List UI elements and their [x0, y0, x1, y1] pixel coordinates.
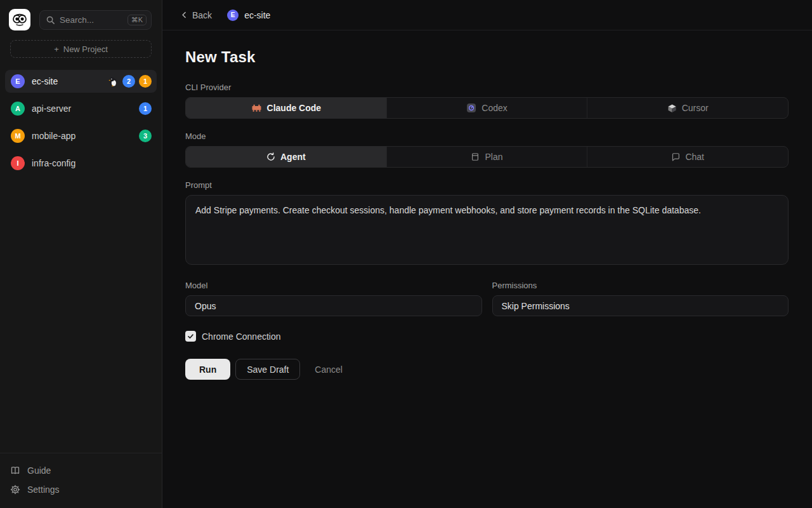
- penguin-icon: [108, 76, 119, 87]
- cli-option-label: Cursor: [682, 103, 709, 113]
- sidebar-footer: Guide Settings: [0, 453, 162, 508]
- breadcrumb[interactable]: E ec-site: [227, 10, 270, 21]
- cancel-button[interactable]: Cancel: [308, 359, 349, 380]
- mode-label: Mode: [185, 131, 789, 141]
- permissions-label: Permissions: [492, 281, 789, 290]
- search-shortcut-badge: ⌘K: [128, 15, 147, 25]
- cli-option-cursor[interactable]: Cursor: [587, 98, 788, 118]
- cli-provider-segmented-control: Claude Code Codex: [185, 97, 789, 119]
- project-name: ec-site: [32, 76, 101, 86]
- count-badge: 2: [122, 75, 135, 88]
- mode-option-plan[interactable]: Plan: [386, 147, 587, 167]
- guide-label: Guide: [27, 465, 51, 476]
- cli-option-label: Codex: [481, 103, 507, 113]
- main-area: Back E ec-site New Task CLI Provider: [162, 0, 812, 508]
- codex-icon: [466, 103, 476, 113]
- mode-option-label: Agent: [280, 152, 306, 162]
- avatar: E: [11, 74, 25, 88]
- avatar: I: [11, 156, 25, 170]
- mode-option-chat[interactable]: Chat: [587, 147, 788, 167]
- topbar: Back E ec-site: [162, 0, 812, 30]
- count-badge: 1: [139, 75, 152, 88]
- gear-icon: [10, 485, 20, 495]
- sidebar: Search... ⌘K + New Project E ec-site: [0, 0, 162, 508]
- back-button[interactable]: Back: [180, 10, 212, 20]
- checkbox-checked-icon[interactable]: [185, 331, 196, 342]
- owl-logo-icon: [11, 11, 28, 28]
- sidebar-item-mobile-app[interactable]: M mobile-app 3: [5, 124, 157, 147]
- project-list: E ec-site 2 1 A api-serv: [0, 70, 162, 179]
- model-label: Model: [185, 281, 482, 290]
- prompt-label: Prompt: [185, 180, 789, 190]
- count-badge: 3: [139, 130, 152, 142]
- chrome-connection-label: Chrome Connection: [202, 331, 281, 342]
- project-name: mobile-app: [32, 131, 132, 141]
- page-title: New Task: [185, 48, 789, 66]
- permissions-select[interactable]: Skip Permissions: [492, 295, 789, 316]
- cli-option-claude-code[interactable]: Claude Code: [186, 98, 386, 118]
- settings-label: Settings: [27, 485, 60, 495]
- mode-option-label: Chat: [685, 152, 704, 162]
- new-project-label: New Project: [63, 44, 108, 54]
- refresh-icon: [266, 152, 275, 161]
- search-placeholder: Search...: [60, 15, 123, 25]
- avatar: E: [227, 10, 239, 21]
- avatar: M: [11, 129, 25, 143]
- app-logo[interactable]: [9, 9, 30, 30]
- chevron-left-icon: [180, 11, 188, 19]
- cli-provider-label: CLI Provider: [185, 83, 789, 92]
- cursor-icon: [667, 104, 677, 113]
- chrome-connection-checkbox-row[interactable]: Chrome Connection: [185, 331, 789, 342]
- plus-icon: +: [54, 44, 59, 54]
- mode-option-label: Plan: [485, 152, 502, 162]
- mode-option-agent[interactable]: Agent: [186, 147, 386, 167]
- mode-segmented-control: Agent Plan Chat: [185, 146, 789, 168]
- cli-option-codex[interactable]: Codex: [386, 98, 587, 118]
- breadcrumb-project-name: ec-site: [244, 10, 270, 20]
- model-select[interactable]: Opus: [185, 295, 482, 316]
- claude-icon: [251, 104, 262, 112]
- cli-option-label: Claude Code: [267, 103, 322, 113]
- sidebar-header: Search... ⌘K: [0, 0, 162, 30]
- sidebar-item-infra-config[interactable]: I infra-config: [5, 152, 157, 175]
- sidebar-item-settings[interactable]: Settings: [10, 480, 152, 499]
- clipboard-icon: [471, 152, 480, 161]
- sidebar-item-guide[interactable]: Guide: [10, 461, 152, 480]
- form-actions: Run Save Draft Cancel: [185, 359, 789, 380]
- save-draft-button[interactable]: Save Draft: [235, 359, 300, 380]
- avatar: A: [11, 102, 25, 116]
- sidebar-item-ec-site[interactable]: E ec-site 2 1: [5, 70, 157, 93]
- sidebar-item-api-server[interactable]: A api-server 1: [5, 97, 157, 120]
- new-task-form: New Task CLI Provider Claude Code: [162, 30, 812, 380]
- chat-bubble-icon: [671, 152, 680, 161]
- search-input[interactable]: Search... ⌘K: [39, 10, 152, 30]
- back-label: Back: [192, 10, 212, 20]
- project-name: api-server: [32, 104, 132, 114]
- project-name: infra-config: [32, 158, 152, 168]
- count-badge: 1: [139, 102, 152, 115]
- new-project-button[interactable]: + New Project: [10, 40, 152, 58]
- prompt-textarea[interactable]: Add Stripe payments. Create checkout ses…: [185, 195, 789, 265]
- book-icon: [10, 465, 20, 476]
- run-button[interactable]: Run: [185, 359, 230, 380]
- search-icon: [46, 15, 55, 25]
- model-permissions-row: Model Opus Permissions Skip Permissions: [185, 281, 789, 316]
